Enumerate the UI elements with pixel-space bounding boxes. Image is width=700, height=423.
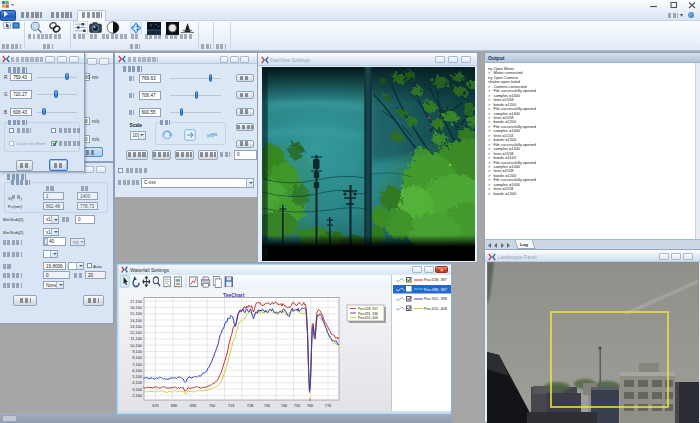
- svg-text:11,100: 11,100: [130, 336, 142, 341]
- svg-text:670: 670: [152, 403, 159, 408]
- svg-text:680: 680: [171, 403, 178, 408]
- svg-text:9,100: 9,100: [132, 349, 143, 354]
- svg-text:690: 690: [190, 403, 197, 408]
- svg-text:10,100: 10,100: [130, 343, 143, 348]
- svg-text:15,100: 15,100: [130, 311, 143, 316]
- svg-text:TeeChart: TeeChart: [223, 292, 245, 298]
- svg-text:12,100: 12,100: [130, 330, 143, 335]
- svg-text:750: 750: [294, 403, 301, 408]
- svg-text:5,100: 5,100: [132, 374, 143, 379]
- svg-text:13,100: 13,100: [130, 324, 143, 329]
- svg-text:770: 770: [325, 403, 332, 408]
- svg-text:17,100: 17,100: [130, 299, 143, 304]
- svg-text:740: 740: [281, 403, 288, 408]
- svg-text:Pos:391, 336: Pos:391, 336: [358, 312, 378, 316]
- svg-text:728: 728: [247, 403, 254, 408]
- svg-text:3,100: 3,100: [132, 387, 143, 392]
- svg-text:7,100: 7,100: [132, 362, 143, 367]
- svg-text:4,100: 4,100: [132, 380, 143, 385]
- svg-text:16,100: 16,100: [130, 305, 143, 310]
- svg-text:713: 713: [228, 403, 235, 408]
- svg-text:Pos:415, 400: Pos:415, 400: [358, 316, 378, 320]
- svg-text:Pos:418, 357: Pos:418, 357: [358, 307, 378, 311]
- svg-text:6,100: 6,100: [132, 368, 143, 373]
- svg-text:2,100: 2,100: [132, 393, 143, 398]
- svg-text:760: 760: [307, 403, 314, 408]
- svg-text:700: 700: [209, 403, 216, 408]
- svg-text:14,100: 14,100: [130, 318, 143, 323]
- svg-text:8,100: 8,100: [132, 355, 143, 360]
- svg-text:730: 730: [264, 403, 271, 408]
